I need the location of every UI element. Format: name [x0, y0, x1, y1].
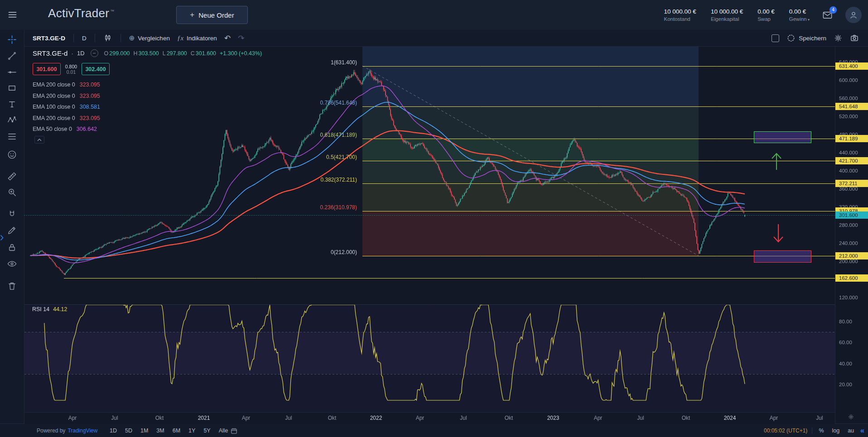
time-axis[interactable]: AprJulOkt2021AprJulOkt2022AprJulOkt2023A…	[24, 412, 835, 424]
price-tick: 280.000	[835, 221, 868, 229]
new-order-button[interactable]: + Neue Order	[176, 6, 248, 24]
user-icon	[849, 10, 858, 20]
chevron-right-icon	[0, 235, 4, 241]
percent-scale-button[interactable]: %	[817, 427, 825, 435]
pencil-icon	[7, 225, 17, 235]
pencil-tool-button[interactable]	[6, 224, 19, 236]
indicator-legend-row[interactable]: EMA 200 close 0323.095	[33, 113, 100, 124]
rsi-tick: 60.00	[835, 339, 868, 346]
price-axis[interactable]: 640.000600.000560.000520.000480.000440.0…	[835, 47, 868, 423]
fib-price-label: 372.211	[835, 180, 868, 187]
symbol-title[interactable]: SRT3.GE-d	[33, 49, 68, 57]
auto-scale-button[interactable]: au	[846, 427, 856, 435]
indicator-legend-row[interactable]: EMA 100 close 0308.581	[33, 101, 100, 113]
trash-icon	[7, 281, 17, 291]
chart-settings-button[interactable]	[830, 31, 846, 45]
symbol-search-button[interactable]: SRT3.GE-D	[33, 33, 69, 44]
go-to-date-button[interactable]	[230, 424, 238, 437]
rsi-tick: 20.00	[835, 381, 868, 388]
fib-retracement-tool-button[interactable]	[6, 130, 19, 143]
main-menu-button[interactable]	[7, 10, 18, 20]
ruler-tool-button[interactable]	[6, 170, 19, 182]
eye-icon	[7, 259, 17, 269]
redo-button[interactable]: ↷	[234, 31, 248, 45]
range-alle-button[interactable]: Alle	[216, 426, 231, 435]
notifications-button[interactable]: 4	[822, 10, 833, 20]
axis-settings-button[interactable]	[848, 413, 854, 422]
fib-price-label: 631.400	[835, 62, 868, 70]
collapse-panel-icon[interactable]: «	[860, 427, 864, 435]
text-tool-button[interactable]	[6, 98, 19, 110]
range-6m-button[interactable]: 6M	[170, 426, 183, 435]
lock-tool-button[interactable]	[6, 241, 19, 254]
drawing-tools-list	[0, 30, 24, 423]
range-1m-button[interactable]: 1M	[138, 426, 151, 435]
text-icon	[7, 99, 17, 110]
plus-icon: +	[190, 10, 194, 19]
chart-area[interactable]: 1(631.400)0.786(541.648)0.618(471.189)0.…	[24, 47, 868, 423]
account-eigenkapital: 10 000.00 €Eigenkapital	[711, 8, 743, 22]
interval-button[interactable]: D	[78, 33, 90, 44]
cloud-save-icon	[786, 34, 796, 43]
ohlc-values: O299.000H303.500L297.800C301.600	[104, 50, 217, 57]
buy-button[interactable]: 302.400	[82, 63, 110, 75]
new-order-label: Neue Order	[198, 11, 234, 19]
expand-panel-chevron[interactable]	[0, 235, 4, 243]
chart-style-button[interactable]	[100, 31, 116, 45]
separator	[95, 34, 95, 42]
indicator-legend-row[interactable]: EMA 200 close 0323.095	[33, 91, 100, 102]
activtrader-app: ActivTrader™ + Neue Order 10 000.00 €Kon…	[0, 0, 868, 437]
undo-button[interactable]: ↶	[221, 31, 234, 45]
layout-button[interactable]	[768, 32, 783, 44]
trend-line-tool-button[interactable]	[6, 49, 19, 62]
range-5d-button[interactable]: 5D	[122, 426, 135, 435]
indicator-legend-row[interactable]: EMA 200 close 0323.095	[33, 79, 100, 91]
log-scale-button[interactable]: log	[830, 427, 842, 435]
compare-button[interactable]: ⊕Vergleichen	[125, 32, 174, 44]
sell-button[interactable]: 301.600	[33, 63, 61, 75]
price-tick: 400.000	[835, 167, 868, 174]
eye-tool-button[interactable]	[6, 257, 19, 270]
rsi-tick: 40.00	[835, 360, 868, 367]
zoom-tool-button[interactable]	[6, 186, 19, 198]
range-1d-button[interactable]: 1D	[107, 426, 120, 435]
tradingview-link[interactable]: TradingView	[68, 427, 97, 434]
compare-icon: ⊕	[129, 34, 135, 42]
screenshot-button[interactable]	[846, 31, 863, 45]
rsi-name: RSI 14	[32, 306, 49, 312]
indicators-button[interactable]: ƒxIndikatoren	[174, 32, 221, 44]
indicator-legend: EMA 200 close 0323.095EMA 200 close 0323…	[33, 79, 100, 135]
time-axis-label: Jul	[460, 415, 467, 421]
legend-interval: 1D	[77, 50, 85, 57]
emoji-icon	[7, 149, 17, 160]
range-3m-button[interactable]: 3M	[154, 426, 167, 435]
pattern-tool-button[interactable]	[6, 114, 19, 126]
range-1y-button[interactable]: 1Y	[186, 426, 198, 435]
trash-tool-button[interactable]	[6, 279, 19, 292]
fib-price-label: 212.000	[835, 252, 868, 259]
powered-by: Powered by TradingView	[37, 424, 97, 437]
hide-symbol-icon[interactable]: –	[91, 49, 98, 57]
crosshair-tool-button[interactable]	[6, 33, 19, 46]
range-5y-button[interactable]: 5Y	[201, 426, 213, 435]
chart-legend: SRT3.GE-d · 1D – O299.000H303.500L297.80…	[33, 49, 262, 57]
emoji-tool-button[interactable]	[6, 148, 19, 161]
horizontal-line-tool-button[interactable]	[6, 66, 19, 78]
pattern-icon	[7, 115, 17, 125]
account-figures: 10 000.00 €Kontostand10 000.00 €Eigenkap…	[664, 8, 810, 22]
save-layout-button[interactable]: Speichern	[783, 31, 830, 45]
rectangle-icon	[7, 83, 17, 93]
spread-value: 0.01	[61, 69, 82, 75]
lock-icon	[7, 242, 17, 253]
account-kontostand: 10 000.00 €Kontostand	[664, 8, 696, 22]
user-avatar-button[interactable]	[845, 7, 862, 23]
indicator-legend-row[interactable]: EMA 50 close 0306.642	[33, 124, 100, 135]
account-gewinn[interactable]: 0.00 €Gewinn ▾	[789, 8, 810, 22]
collapse-legend-button[interactable]	[34, 136, 44, 144]
camera-icon	[850, 34, 859, 43]
rectangle-tool-button[interactable]	[6, 82, 19, 94]
magnet-tool-button[interactable]	[6, 208, 19, 221]
price-chart-canvas[interactable]	[24, 47, 835, 423]
time-axis-label: Jul	[816, 415, 823, 421]
candles-icon	[103, 34, 112, 43]
